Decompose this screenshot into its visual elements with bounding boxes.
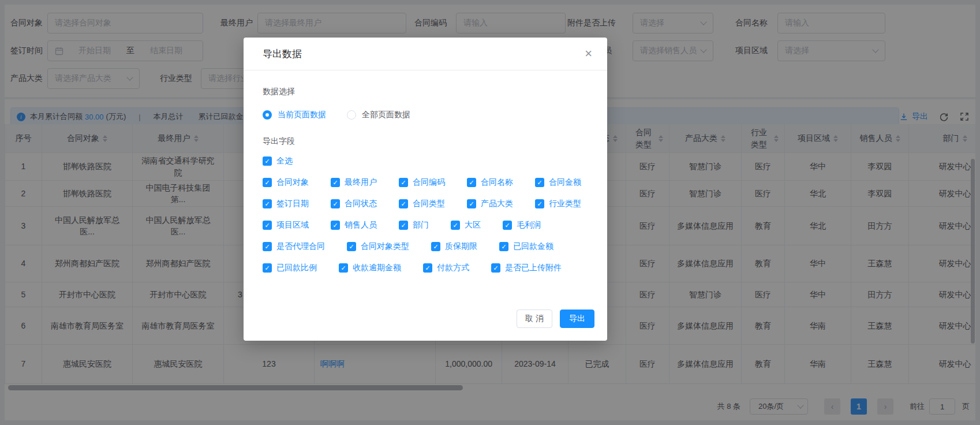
radio-current-page[interactable]: 当前页面数据 [263, 110, 326, 120]
export-fields-grid: ✓ 全选 ✓合同对象✓最终用户✓合同编码✓合同名称✓合同金额✓签订日期✓合同状态… [263, 156, 588, 273]
radio-unselected-icon [347, 110, 356, 120]
checkbox-label: 是否代理合同 [276, 241, 325, 252]
checkbox-checked-icon: ✓ [451, 221, 460, 230]
checkbox-field-已回款金额[interactable]: ✓已回款金额 [499, 241, 553, 252]
checkbox-label: 毛利润 [517, 220, 541, 230]
checkbox-checked-icon: ✓ [339, 263, 348, 273]
checkbox-checked-icon: ✓ [263, 156, 272, 166]
checkbox-label: 合同编码 [413, 177, 445, 188]
close-icon[interactable]: × [585, 47, 592, 60]
dialog-footer: 取 消 导出 [517, 310, 594, 328]
checkbox-field-合同名称[interactable]: ✓合同名称 [467, 177, 513, 188]
checkbox-label: 项目区域 [276, 220, 309, 230]
checkbox-checked-icon: ✓ [399, 221, 408, 230]
checkbox-label: 合同状态 [345, 199, 377, 209]
checkbox-label: 是否已上传附件 [505, 263, 562, 273]
checkbox-field-最终用户[interactable]: ✓最终用户 [331, 177, 377, 188]
checkbox-field-收款逾期金额[interactable]: ✓收款逾期金额 [339, 263, 401, 273]
checkbox-checked-icon: ✓ [263, 221, 272, 230]
checkbox-field-合同编码[interactable]: ✓合同编码 [399, 177, 445, 188]
checkbox-field-合同金额[interactable]: ✓合同金额 [535, 177, 581, 188]
checkbox-label: 最终用户 [345, 177, 377, 188]
checkbox-checked-icon: ✓ [331, 178, 340, 187]
checkbox-checked-icon: ✓ [499, 242, 508, 251]
checkbox-label: 已回款比例 [276, 263, 317, 273]
checkbox-field-行业类型[interactable]: ✓行业类型 [535, 199, 581, 209]
checkbox-select-all[interactable]: ✓ 全选 [263, 156, 293, 166]
checkbox-checked-icon: ✓ [431, 242, 440, 251]
checkbox-checked-icon: ✓ [535, 178, 544, 187]
checkbox-label: 合同类型 [413, 199, 445, 209]
checkbox-label: 付款方式 [437, 263, 469, 273]
checkbox-label: 合同名称 [481, 177, 513, 188]
checkbox-label: 签订日期 [276, 199, 309, 209]
checkbox-checked-icon: ✓ [467, 199, 476, 208]
checkbox-checked-icon: ✓ [399, 199, 408, 208]
checkbox-label: 部门 [413, 220, 429, 230]
checkbox-checked-icon: ✓ [263, 178, 272, 187]
checkbox-field-项目区域[interactable]: ✓项目区域 [263, 220, 309, 230]
checkbox-field-付款方式[interactable]: ✓付款方式 [423, 263, 469, 273]
checkbox-checked-icon: ✓ [263, 242, 272, 251]
dialog-title: 导出数据 [263, 47, 585, 61]
checkbox-field-已回款比例[interactable]: ✓已回款比例 [263, 263, 317, 273]
checkbox-checked-icon: ✓ [423, 263, 432, 273]
checkbox-checked-icon: ✓ [263, 263, 272, 273]
checkbox-field-毛利润[interactable]: ✓毛利润 [503, 220, 541, 230]
checkbox-checked-icon: ✓ [535, 199, 544, 208]
checkbox-label: 销售人员 [345, 220, 377, 230]
data-select-label: 数据选择 [263, 87, 588, 97]
checkbox-checked-icon: ✓ [347, 242, 356, 251]
checkbox-checked-icon: ✓ [467, 178, 476, 187]
checkbox-field-销售人员[interactable]: ✓销售人员 [331, 220, 377, 230]
checkbox-label: 行业类型 [549, 199, 581, 209]
checkbox-field-产品大类[interactable]: ✓产品大类 [467, 199, 513, 209]
confirm-export-button[interactable]: 导出 [560, 310, 594, 328]
checkbox-label: 合同对象 [276, 177, 309, 188]
checkbox-label: 大区 [465, 220, 481, 230]
checkbox-field-合同对象[interactable]: ✓合同对象 [263, 177, 309, 188]
checkbox-field-大区[interactable]: ✓大区 [451, 220, 481, 230]
checkbox-checked-icon: ✓ [263, 199, 272, 208]
checkbox-label: 收款逾期金额 [353, 263, 401, 273]
checkbox-checked-icon: ✓ [331, 221, 340, 230]
data-select-radio-group: 当前页面数据 全部页面数据 [263, 110, 588, 120]
cancel-button[interactable]: 取 消 [517, 310, 552, 328]
checkbox-field-合同类型[interactable]: ✓合同类型 [399, 199, 445, 209]
checkbox-field-签订日期[interactable]: ✓签订日期 [263, 199, 309, 209]
checkbox-field-合同状态[interactable]: ✓合同状态 [331, 199, 377, 209]
radio-selected-icon [263, 110, 272, 120]
checkbox-checked-icon: ✓ [503, 221, 512, 230]
checkbox-label: 质保期限 [445, 241, 477, 252]
checkbox-label: 已回款金额 [513, 241, 553, 252]
radio-all-pages[interactable]: 全部页面数据 [347, 110, 410, 120]
checkbox-checked-icon: ✓ [331, 199, 340, 208]
checkbox-label: 合同金额 [549, 177, 581, 188]
checkbox-field-是否已上传附件[interactable]: ✓是否已上传附件 [491, 263, 562, 273]
checkbox-label: 合同对象类型 [361, 241, 409, 252]
checkbox-label: 产品大类 [481, 199, 513, 209]
checkbox-field-部门[interactable]: ✓部门 [399, 220, 429, 230]
checkbox-field-质保期限[interactable]: ✓质保期限 [431, 241, 477, 252]
export-dialog: 导出数据 × 数据选择 当前页面数据 全部页面数据 导出字段 ✓ 全选 ✓合同对… [244, 38, 607, 341]
checkbox-field-是否代理合同[interactable]: ✓是否代理合同 [263, 241, 325, 252]
checkbox-field-合同对象类型[interactable]: ✓合同对象类型 [347, 241, 409, 252]
checkbox-checked-icon: ✓ [399, 178, 408, 187]
checkbox-checked-icon: ✓ [491, 263, 500, 273]
dialog-header: 导出数据 × [244, 38, 607, 70]
export-fields-label: 导出字段 [263, 136, 588, 147]
